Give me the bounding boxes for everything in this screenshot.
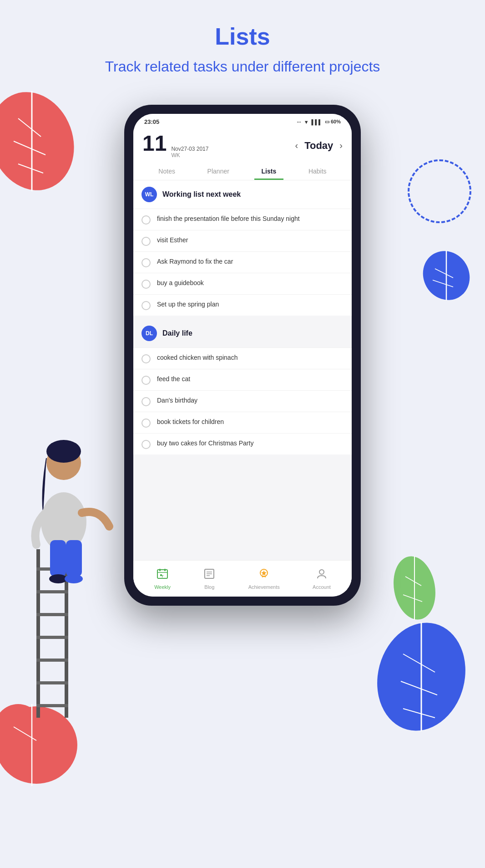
task-item: Ask Raymond to fix the car xyxy=(133,251,352,273)
tab-habits-label: Habits xyxy=(308,168,327,175)
task-item: finish the presentation file before this… xyxy=(133,209,352,230)
task-checkbox[interactable] xyxy=(141,440,151,449)
today-navigation: ‹ Today › xyxy=(295,140,343,152)
working-list-title: Working list next week xyxy=(162,190,241,199)
blog-icon xyxy=(203,568,215,582)
svg-rect-30 xyxy=(36,704,68,707)
svg-rect-40 xyxy=(164,569,166,571)
phone-screen: 23:05 ··· ▼ ▌▌▌ ▭ 60% 11 Nov27-03 2017 W… xyxy=(133,114,352,597)
nav-account[interactable]: Account xyxy=(313,568,331,590)
tab-habits[interactable]: Habits xyxy=(301,164,334,180)
svg-rect-26 xyxy=(36,613,68,616)
phone-frame: 23:05 ··· ▼ ▌▌▌ ▭ 60% 11 Nov27-03 2017 W… xyxy=(124,105,361,606)
tab-notes[interactable]: Notes xyxy=(151,164,182,180)
working-list-section: WL Working list next week finish the pre… xyxy=(133,180,352,316)
svg-marker-49 xyxy=(261,570,267,576)
task-checkbox[interactable] xyxy=(141,397,151,406)
task-checkbox[interactable] xyxy=(141,301,151,310)
phone-mockup: 23:05 ··· ▼ ▌▌▌ ▭ 60% 11 Nov27-03 2017 W… xyxy=(124,105,361,606)
blue-leaf-right xyxy=(417,246,476,305)
task-checkbox[interactable] xyxy=(141,354,151,363)
status-bar: 23:05 ··· ▼ ▌▌▌ ▭ 60% xyxy=(133,114,352,128)
weekly-label: Weekly xyxy=(154,584,171,590)
signal-dots: ··· xyxy=(297,119,301,125)
task-checkbox[interactable] xyxy=(141,215,151,225)
account-icon xyxy=(316,568,328,582)
svg-rect-29 xyxy=(36,681,68,684)
task-text: buy a guidebook xyxy=(157,279,204,288)
task-checkbox[interactable] xyxy=(141,376,151,385)
weekly-icon: 7 xyxy=(157,568,168,582)
daily-life-section: DL Daily life cooked chicken with spinac… xyxy=(133,319,352,454)
achievements-icon xyxy=(258,568,270,582)
task-item: visit Esther xyxy=(133,230,352,251)
tab-lists-label: Lists xyxy=(262,168,277,175)
blue-leaf-bottom xyxy=(371,613,471,740)
task-item: Set up the spring plan xyxy=(133,294,352,316)
task-text: finish the presentation file before this… xyxy=(157,214,300,224)
working-list-avatar: WL xyxy=(141,187,157,202)
tab-planner-label: Planner xyxy=(207,168,229,175)
account-label: Account xyxy=(313,584,331,590)
task-item: buy a guidebook xyxy=(133,273,352,294)
tab-notes-label: Notes xyxy=(158,168,175,175)
next-arrow[interactable]: › xyxy=(339,140,343,151)
network-bars: ▌▌▌ xyxy=(312,119,322,125)
page-subtitle: Track related tasks under different proj… xyxy=(9,57,476,77)
task-item: cooked chicken with spinach xyxy=(133,347,352,369)
tab-planner[interactable]: Planner xyxy=(200,164,237,180)
date-display: 11 Nov27-03 2017 WK xyxy=(142,133,208,158)
task-checkbox[interactable] xyxy=(141,419,151,428)
tab-bar: Notes Planner Lists Habits xyxy=(142,164,343,180)
page-header: Lists Track related tasks under differen… xyxy=(0,14,485,86)
green-leaf xyxy=(385,549,444,627)
task-text: visit Esther xyxy=(157,236,188,245)
battery-icon: ▭ 60% xyxy=(325,119,341,125)
task-item: feed the cat xyxy=(133,369,352,390)
task-item: book tickets for children xyxy=(133,412,352,433)
daily-life-tasks: cooked chicken with spinach feed the cat… xyxy=(133,347,352,454)
page-title: Lists xyxy=(9,23,476,50)
today-label: Today xyxy=(304,140,333,152)
svg-point-52 xyxy=(319,570,324,574)
task-checkbox[interactable] xyxy=(141,237,151,246)
date-info: Nov27-03 2017 WK xyxy=(171,146,208,158)
svg-point-37 xyxy=(65,574,83,583)
nav-blog[interactable]: Blog xyxy=(203,568,215,590)
svg-rect-35 xyxy=(66,540,82,577)
svg-rect-39 xyxy=(159,569,161,571)
daily-life-avatar: DL xyxy=(141,326,157,341)
task-text: Dan's birthday xyxy=(157,396,197,405)
status-time: 23:05 xyxy=(144,118,159,125)
task-checkbox[interactable] xyxy=(141,258,151,267)
task-item: Dan's birthday xyxy=(133,390,352,412)
task-item: buy two cakes for Christmas Party xyxy=(133,433,352,454)
achievements-label: Achievements xyxy=(248,584,280,590)
task-text: Ask Raymond to fix the car xyxy=(157,257,233,266)
bottom-navigation: 7 Weekly Blog xyxy=(133,560,352,597)
wifi-icon: ▼ xyxy=(304,119,309,125)
status-icons: ··· ▼ ▌▌▌ ▭ 60% xyxy=(297,119,341,125)
prev-arrow[interactable]: ‹ xyxy=(295,140,298,151)
tab-lists[interactable]: Lists xyxy=(254,164,284,180)
svg-rect-34 xyxy=(50,540,66,577)
task-text: book tickets for children xyxy=(157,418,224,427)
svg-rect-28 xyxy=(36,659,68,662)
svg-rect-27 xyxy=(36,636,68,639)
nav-weekly[interactable]: 7 Weekly xyxy=(154,568,171,590)
task-text: cooked chicken with spinach xyxy=(157,353,237,363)
app-content: WL Working list next week finish the pre… xyxy=(133,180,352,567)
app-header: 11 Nov27-03 2017 WK ‹ Today › xyxy=(133,128,352,180)
working-list-header: WL Working list next week xyxy=(133,180,352,209)
task-text: feed the cat xyxy=(157,375,190,384)
daily-life-title: Daily life xyxy=(162,329,192,337)
svg-point-0 xyxy=(0,82,82,200)
blog-label: Blog xyxy=(204,584,214,590)
date-range: Nov27-03 2017 xyxy=(171,146,208,152)
dashed-circle-decoration xyxy=(408,159,471,223)
svg-text:7: 7 xyxy=(162,574,164,578)
task-text: buy two cakes for Christmas Party xyxy=(157,439,253,448)
svg-point-32 xyxy=(46,440,81,463)
nav-achievements[interactable]: Achievements xyxy=(248,568,280,590)
task-checkbox[interactable] xyxy=(141,280,151,289)
